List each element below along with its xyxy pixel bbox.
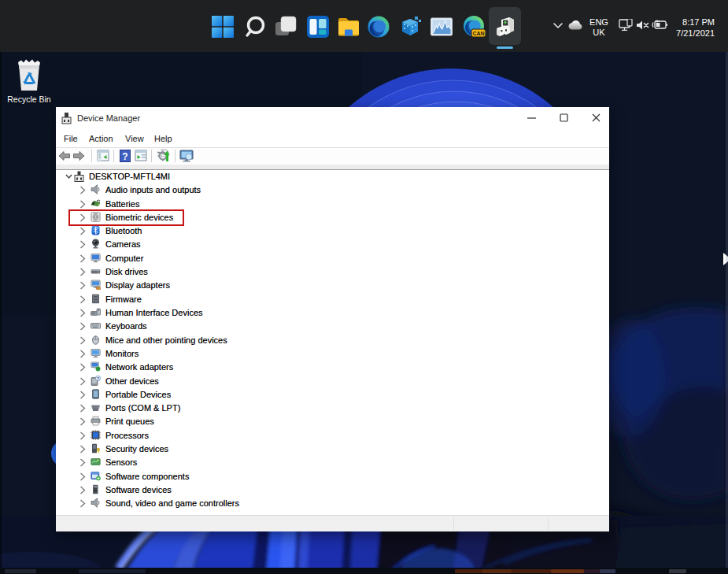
svg-text:?: ? bbox=[122, 151, 127, 162]
svg-text:CAN: CAN bbox=[472, 31, 484, 36]
